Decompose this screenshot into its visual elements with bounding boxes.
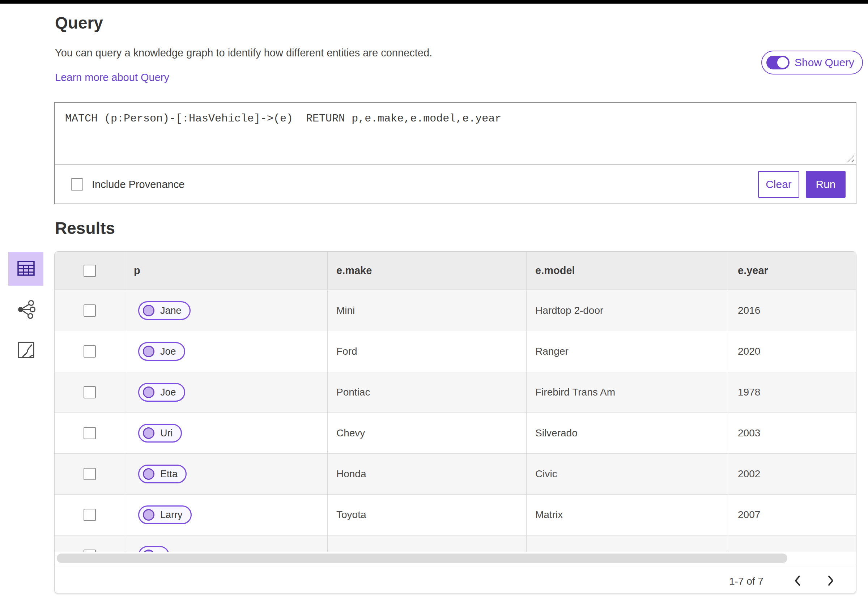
row-checkbox-cell — [55, 372, 125, 413]
node-circle-icon — [143, 509, 154, 521]
row-checkbox-cell — [55, 535, 125, 552]
toggle-switch-icon[interactable] — [766, 56, 790, 69]
page-title: Query — [55, 13, 103, 33]
include-provenance-checkbox[interactable] — [71, 178, 83, 191]
pagination-next-button[interactable] — [823, 573, 839, 589]
node-circle-icon — [143, 387, 154, 398]
node-circle-icon — [143, 345, 154, 357]
window-top-bar — [0, 0, 868, 4]
graph-view-button[interactable] — [8, 293, 43, 326]
person-cell: Jane — [125, 290, 328, 331]
table-row: EttaHondaCivic2002 — [55, 454, 856, 495]
header-col-p: p — [125, 252, 328, 290]
person-node-label: Uri — [160, 428, 173, 439]
make-cell: Toyota — [328, 495, 527, 535]
row-checkbox[interactable] — [84, 509, 96, 521]
horizontal-scrollbar[interactable] — [55, 552, 856, 565]
year-cell: 2016 — [729, 290, 856, 331]
learn-more-link[interactable]: Learn more about Query — [55, 72, 169, 84]
year-cell: 1978 — [729, 372, 856, 413]
year-cell: 2020 — [729, 331, 856, 372]
header-col-model: e.model — [527, 252, 729, 290]
person-node-pill[interactable]: Joe — [138, 383, 185, 402]
query-editor-container: MATCH (p:Person)-[:HasVehicle]->(e) RETU… — [54, 102, 856, 204]
table-row: JaneMiniHardtop 2-door2016 — [55, 290, 856, 331]
model-cell — [527, 535, 729, 552]
person-node-label: Joe — [160, 387, 176, 398]
model-cell: Civic — [527, 454, 729, 494]
row-checkbox-cell — [55, 495, 125, 535]
person-node-pill[interactable]: Uri — [138, 424, 182, 443]
person-cell: Larry — [125, 495, 328, 535]
person-node-label: Etta — [160, 469, 178, 480]
person-node-label: Jane — [160, 305, 181, 316]
person-node-pill[interactable]: Joe — [138, 342, 185, 361]
person-node-pill[interactable]: Jane — [138, 301, 191, 320]
node-circle-icon — [143, 305, 154, 316]
view-switcher-rail — [8, 252, 43, 367]
row-checkbox-cell — [55, 331, 125, 372]
chevron-right-icon — [827, 575, 834, 588]
person-node-pill[interactable] — [138, 546, 169, 552]
person-cell: Joe — [125, 331, 328, 372]
include-provenance-label: Include Provenance — [92, 179, 184, 191]
row-checkbox-cell — [55, 454, 125, 494]
person-node-label: Joe — [160, 346, 176, 357]
show-query-toggle[interactable]: Show Query — [761, 51, 863, 75]
person-node-pill[interactable]: Larry — [138, 505, 192, 524]
person-node-pill[interactable]: Etta — [138, 465, 187, 483]
query-footer: Include Provenance Clear Run — [55, 165, 856, 203]
query-input[interactable]: MATCH (p:Person)-[:HasVehicle]->(e) RETU… — [55, 103, 856, 165]
row-checkbox[interactable] — [84, 468, 96, 480]
make-cell: Pontiac — [328, 372, 527, 413]
map-view-button[interactable] — [8, 334, 43, 367]
graph-view-icon — [16, 299, 36, 320]
horizontal-scrollbar-thumb[interactable] — [57, 553, 787, 563]
make-cell: Honda — [328, 454, 527, 494]
query-editor-wrap: MATCH (p:Person)-[:HasVehicle]->(e) RETU… — [55, 103, 856, 165]
header-col-year: e.year — [729, 252, 856, 290]
header-col-make: e.make — [328, 252, 527, 290]
year-cell: 2003 — [729, 413, 856, 453]
results-title: Results — [55, 218, 115, 238]
page: Query You can query a knowledge graph to… — [0, 0, 868, 598]
pagination-prev-button[interactable] — [790, 573, 805, 589]
person-cell — [125, 535, 328, 552]
table-view-icon — [17, 261, 35, 277]
header-checkbox-cell — [55, 252, 125, 290]
table-row: LarryToyotaMatrix2007 — [55, 495, 856, 535]
map-view-icon — [18, 342, 34, 360]
table-body: JaneMiniHardtop 2-door2016JoeFordRanger2… — [55, 290, 856, 535]
table-header-row: p e.make e.model e.year — [55, 252, 856, 290]
model-cell: Matrix — [527, 495, 729, 535]
row-checkbox[interactable] — [84, 345, 96, 357]
year-cell: 2002 — [729, 454, 856, 494]
pagination-range-label: 1-7 of 7 — [729, 576, 763, 587]
person-node-label: Larry — [160, 510, 183, 521]
node-circle-icon — [143, 428, 154, 439]
pagination-bar: 1-7 of 7 — [55, 565, 856, 593]
make-cell — [328, 535, 527, 552]
make-cell: Mini — [328, 290, 527, 331]
model-cell: Hardtop 2-door — [527, 290, 729, 331]
table-row: JoeFordRanger2020 — [55, 331, 856, 372]
year-cell: 2007 — [729, 495, 856, 535]
chevron-left-icon — [794, 575, 801, 588]
row-checkbox-cell — [55, 413, 125, 453]
model-cell: Firebird Trans Am — [527, 372, 729, 413]
table-row: UriChevySilverado2003 — [55, 413, 856, 454]
row-checkbox[interactable] — [84, 386, 96, 398]
row-checkbox[interactable] — [84, 304, 96, 317]
run-button[interactable]: Run — [806, 171, 846, 198]
make-cell: Chevy — [328, 413, 527, 453]
clear-button[interactable]: Clear — [758, 171, 799, 198]
select-all-checkbox[interactable] — [84, 265, 96, 277]
table-row: JoePontiacFirebird Trans Am1978 — [55, 372, 856, 413]
model-cell: Silverado — [527, 413, 729, 453]
node-circle-icon — [143, 468, 154, 480]
row-checkbox[interactable] — [84, 427, 96, 439]
query-description: You can query a knowledge graph to ident… — [55, 47, 432, 59]
show-query-label: Show Query — [795, 57, 854, 69]
year-cell — [729, 535, 856, 552]
table-view-button[interactable] — [8, 252, 43, 286]
